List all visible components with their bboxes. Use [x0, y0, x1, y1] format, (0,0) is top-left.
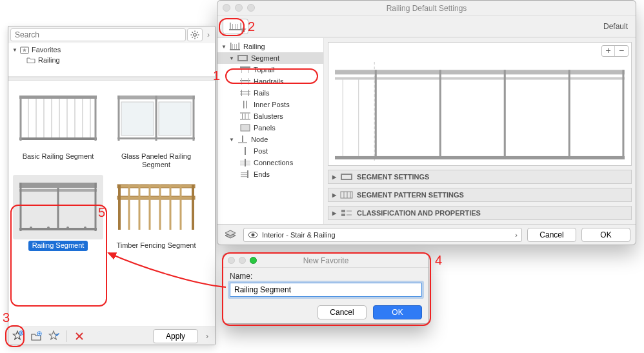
tree-node[interactable]: ▼ Node [217, 134, 323, 145]
expand-arrow-button[interactable]: › [204, 28, 213, 41]
svg-rect-28 [240, 112, 250, 114]
minus-icon[interactable]: − [615, 46, 628, 56]
close-icon[interactable] [223, 4, 230, 12]
favorite-thumbnail-icon [111, 86, 201, 150]
svg-rect-7 [230, 43, 232, 49]
tree-label: Favorites [32, 46, 61, 54]
tree-connections[interactable]: Connections [217, 157, 323, 168]
tree-segment[interactable]: ▼ Segment [217, 52, 323, 64]
minimize-icon[interactable] [235, 4, 243, 12]
railing-preview-icon [335, 62, 625, 161]
search-input[interactable] [10, 28, 186, 41]
tree-handrails[interactable]: Handrails [217, 76, 323, 87]
ok-button[interactable]: OK [373, 305, 422, 319]
svg-rect-81 [19, 96, 97, 99]
chevron-right-icon: ▶ [332, 192, 336, 198]
tree-ends[interactable]: Ends [217, 168, 323, 180]
svg-rect-47 [335, 70, 625, 74]
inner-posts-icon [239, 100, 251, 109]
chevron-right-icon: ▶ [332, 210, 336, 216]
tree-post[interactable]: Post [217, 145, 323, 157]
tree-label: Inner Posts [254, 101, 290, 108]
railing-icon [229, 42, 241, 51]
tree-rails[interactable]: Rails [217, 87, 323, 99]
cancel-button[interactable]: Cancel [527, 228, 576, 242]
layer-label: Interior - Stair & Railing [262, 231, 336, 239]
tree-toprail[interactable]: Toprail [217, 64, 323, 76]
accordion-classification[interactable]: ▶ CLASSIFICATION AND PROPERTIES [328, 206, 632, 220]
svg-point-110 [84, 227, 86, 229]
plus-minus-stepper[interactable]: + − [601, 45, 629, 57]
svg-rect-1 [230, 23, 231, 29]
settings-right-panel: + − [324, 38, 636, 224]
svg-rect-44 [247, 170, 248, 178]
minimize-icon[interactable] [239, 257, 246, 264]
favorites-search-row: › [8, 26, 215, 43]
favorite-thumbnail-icon [13, 86, 103, 150]
favorites-root[interactable]: ▼ Favorites [8, 45, 215, 55]
name-field[interactable] [230, 283, 422, 297]
disclosure-triangle-icon[interactable]: ▼ [229, 137, 234, 143]
classification-icon [340, 208, 353, 217]
settings-gear-button[interactable] [187, 28, 203, 41]
svg-rect-3 [232, 24, 233, 29]
svg-rect-11 [236, 44, 237, 49]
favorites-panel: › ▼ Favorites Railing Basic Railing Segm… [8, 26, 216, 345]
apply-button[interactable]: Apply [153, 329, 198, 343]
svg-rect-33 [241, 125, 250, 131]
disclosure-triangle-icon[interactable]: ▼ [229, 55, 234, 61]
svg-rect-36 [245, 147, 246, 155]
ok-button[interactable]: OK [581, 228, 630, 242]
layer-popup-button[interactable]: Interior - Stair & Railing › [243, 228, 522, 242]
favorite-label: Basic Railing Segment [19, 152, 98, 161]
tree-label: Connections [254, 159, 293, 166]
name-label: Name: [230, 272, 422, 281]
star-check-icon [48, 330, 60, 342]
zoom-icon[interactable] [250, 257, 257, 264]
accordion-segment-pattern[interactable]: ▶ SEGMENT PATTERN SETTINGS [328, 188, 632, 202]
svg-rect-6 [230, 49, 240, 50]
redefine-favorite-button[interactable] [47, 329, 61, 343]
tree-balusters[interactable]: Balusters [217, 110, 323, 122]
zoom-icon[interactable] [247, 4, 255, 12]
new-favorite-dialog: New Favorite Name: Cancel OK [223, 253, 429, 324]
favorite-thumbnail-icon [111, 175, 201, 239]
new-favorite-button[interactable] [11, 329, 25, 343]
favorites-star-button[interactable] [223, 19, 248, 34]
gear-icon [190, 30, 199, 39]
chevron-right-icon: › [515, 231, 518, 239]
traffic-lights[interactable] [228, 257, 257, 264]
tree-label: Balusters [254, 112, 283, 120]
favorite-item[interactable]: Basic Railing Segment [12, 86, 104, 170]
delete-x-icon [74, 331, 85, 341]
apply-menu-arrow[interactable]: › [202, 330, 212, 343]
favorite-item-selected[interactable]: Railing Segment [12, 175, 104, 250]
plus-icon[interactable]: + [602, 46, 615, 56]
tree-railing[interactable]: ▼ Railing [217, 41, 323, 52]
svg-rect-66 [341, 214, 345, 216]
favorite-item[interactable]: Glass Paneled Railing Segment [110, 86, 202, 170]
svg-rect-35 [238, 142, 247, 143]
railing-default-settings-window: Railing Default Settings Default ▼ Raili… [217, 0, 636, 245]
disclosure-triangle-icon[interactable]: ▼ [12, 47, 17, 53]
delete-favorite-button[interactable] [72, 329, 86, 343]
close-icon[interactable] [228, 257, 235, 264]
tree-inner-posts[interactable]: Inner Posts [217, 99, 323, 110]
svg-line-76 [192, 32, 193, 33]
tree-label: Railing [38, 56, 60, 64]
traffic-lights[interactable] [223, 4, 255, 12]
favorites-railing-folder[interactable]: Railing [8, 55, 215, 65]
svg-rect-57 [341, 174, 352, 175]
window-title: Railing Default Settings [387, 4, 467, 13]
svg-rect-42 [241, 174, 247, 175]
cancel-button[interactable]: Cancel [317, 305, 367, 319]
accordion-label: SEGMENT PATTERN SETTINGS [357, 191, 464, 199]
favorite-item[interactable]: Timber Fencing Segment [110, 175, 202, 250]
accordion-segment-settings[interactable]: ▶ SEGMENT SETTINGS [328, 170, 632, 184]
tree-panels[interactable]: Panels [217, 122, 323, 134]
segment-icon [237, 54, 248, 63]
new-folder-button[interactable] [29, 329, 43, 343]
segment-preview[interactable]: + − [328, 42, 632, 166]
disclosure-triangle-icon[interactable]: ▼ [221, 44, 226, 50]
svg-rect-25 [248, 90, 249, 96]
